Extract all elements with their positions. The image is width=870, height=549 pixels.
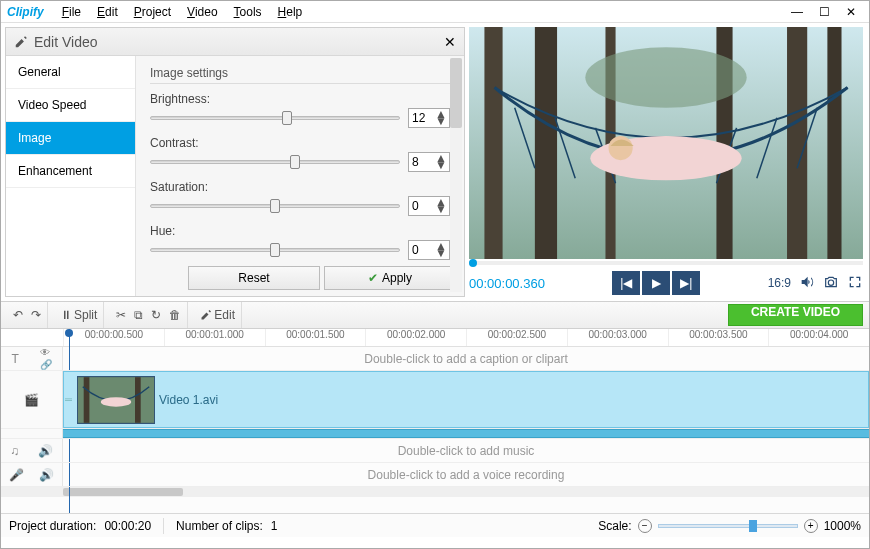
video-clip[interactable]: || Video 1.avi	[63, 371, 869, 428]
voice-hint[interactable]: Double-click to add a voice recording	[63, 468, 869, 482]
svg-rect-2	[535, 27, 557, 259]
svg-rect-4	[827, 27, 841, 259]
undo-icon[interactable]: ↶	[13, 308, 23, 322]
ruler-tick: 00:00:01.000	[164, 329, 265, 346]
create-video-button[interactable]: CREATE VIDEO	[728, 304, 863, 326]
svg-rect-1	[484, 27, 502, 259]
timeline: 00:00:00.50000:00:01.00000:00:01.50000:0…	[1, 329, 869, 513]
timeline-scrollbar[interactable]	[1, 487, 869, 497]
hue-slider[interactable]	[150, 248, 400, 252]
svg-point-13	[101, 397, 131, 407]
close-button[interactable]: ✕	[839, 4, 863, 20]
tab-image[interactable]: Image	[6, 122, 135, 155]
svg-rect-11	[84, 377, 90, 423]
menu-tools[interactable]: Tools	[226, 3, 270, 21]
status-bar: Project duration: 00:00:20 Number of cli…	[1, 513, 869, 537]
menu-help[interactable]: Help	[270, 3, 311, 21]
preview-seekbar[interactable]	[469, 261, 863, 265]
menu-bar: Clipify File Edit Project Video Tools He…	[1, 1, 869, 23]
setting-label: Contrast:	[150, 136, 450, 150]
ruler-tick: 00:00:02.000	[365, 329, 466, 346]
setting-label: Saturation:	[150, 180, 450, 194]
zoom-in-button[interactable]: +	[804, 519, 818, 533]
saturation-input[interactable]: 0▲▼	[408, 196, 450, 216]
delete-icon[interactable]: 🗑	[169, 308, 181, 322]
link-icon[interactable]: 🔗	[40, 359, 52, 370]
tab-enhancement[interactable]: Enhancement	[6, 155, 135, 188]
ruler-tick: 00:00:04.000	[768, 329, 869, 346]
clip-label: Video 1.avi	[159, 393, 218, 407]
menu-project[interactable]: Project	[126, 3, 179, 21]
video-track-icon[interactable]: 🎬	[24, 393, 39, 407]
prev-button[interactable]: |◀	[612, 271, 640, 295]
zoom-value: 1000%	[824, 519, 861, 533]
brightness-input[interactable]: 12▲▼	[408, 108, 450, 128]
apply-button[interactable]: ✔Apply	[324, 266, 456, 290]
contrast-slider[interactable]	[150, 160, 400, 164]
cut-icon[interactable]: ✂	[116, 308, 126, 322]
ruler-tick: 00:00:02.500	[466, 329, 567, 346]
video-preview[interactable]	[469, 27, 863, 259]
tab-video-speed[interactable]: Video Speed	[6, 89, 135, 122]
edit-icon	[14, 35, 28, 49]
panel-scrollbar[interactable]	[450, 58, 462, 292]
voice-track-icon[interactable]: 🎤	[9, 468, 24, 482]
panel-close-icon[interactable]: ✕	[444, 34, 456, 50]
rotate-icon[interactable]: ↻	[151, 308, 161, 322]
play-button[interactable]: ▶	[642, 271, 670, 295]
panel-title: Edit Video	[34, 34, 98, 50]
zoom-out-button[interactable]: −	[638, 519, 652, 533]
ruler-tick: 00:00:00.500	[63, 329, 164, 346]
zoom-slider[interactable]	[658, 524, 798, 528]
menu-video[interactable]: Video	[179, 3, 225, 21]
music-mute-icon[interactable]: 🔊	[38, 444, 53, 458]
crop-icon[interactable]: ⧉	[134, 308, 143, 322]
svg-rect-12	[135, 377, 141, 423]
music-track-icon[interactable]: ♫	[10, 444, 19, 458]
next-button[interactable]: ▶|	[672, 271, 700, 295]
saturation-slider[interactable]	[150, 204, 400, 208]
preview-pane: 00:00:00.360 |◀ ▶ ▶| 16:9	[465, 23, 869, 301]
timeline-ruler[interactable]: 00:00:00.50000:00:01.00000:00:01.50000:0…	[1, 329, 869, 347]
text-track-icon[interactable]: T	[11, 352, 18, 366]
section-title: Image settings	[150, 66, 450, 84]
clips-label: Number of clips:	[176, 519, 263, 533]
menu-file[interactable]: File	[54, 3, 89, 21]
visibility-icon[interactable]: 👁	[40, 347, 52, 358]
reset-button[interactable]: Reset	[188, 266, 320, 290]
maximize-button[interactable]: ☐	[812, 4, 836, 20]
contrast-input[interactable]: 8▲▼	[408, 152, 450, 172]
snapshot-icon[interactable]	[823, 274, 839, 293]
tab-list: General Video Speed Image Enhancement	[6, 56, 136, 296]
ruler-tick: 00:00:03.500	[668, 329, 769, 346]
svg-rect-3	[787, 27, 807, 259]
toolbar: ↶ ↷ ⏸Split ✂ ⧉ ↻ 🗑 Edit CREATE VIDEO	[1, 301, 869, 329]
clip-thumbnail	[77, 376, 155, 424]
brightness-slider[interactable]	[150, 116, 400, 120]
volume-icon[interactable]	[799, 274, 815, 293]
edit-button[interactable]: Edit	[200, 308, 235, 322]
video-audio-strip[interactable]	[63, 429, 869, 438]
split-button[interactable]: ⏸Split	[60, 308, 97, 322]
minimize-button[interactable]: —	[785, 4, 809, 20]
music-hint[interactable]: Double-click to add music	[63, 444, 869, 458]
window-controls: — ☐ ✕	[785, 4, 863, 20]
image-settings: Image settings Brightness:12▲▼Contrast:8…	[136, 56, 464, 296]
ruler-tick: 00:00:01.500	[265, 329, 366, 346]
caption-hint[interactable]: Double-click to add a caption or clipart	[63, 352, 869, 366]
timecode: 00:00:00.360	[469, 276, 545, 291]
fullscreen-icon[interactable]	[847, 274, 863, 293]
redo-icon[interactable]: ↷	[31, 308, 41, 322]
duration-label: Project duration:	[9, 519, 96, 533]
setting-label: Brightness:	[150, 92, 450, 106]
duration-value: 00:00:20	[104, 519, 151, 533]
hue-input[interactable]: 0▲▼	[408, 240, 450, 260]
scale-label: Scale:	[598, 519, 631, 533]
svg-point-7	[585, 47, 746, 108]
aspect-label[interactable]: 16:9	[768, 276, 791, 290]
voice-mute-icon[interactable]: 🔊	[39, 468, 54, 482]
setting-label: Hue:	[150, 224, 450, 238]
tab-general[interactable]: General	[6, 56, 135, 89]
ruler-tick: 00:00:03.000	[567, 329, 668, 346]
menu-edit[interactable]: Edit	[89, 3, 126, 21]
